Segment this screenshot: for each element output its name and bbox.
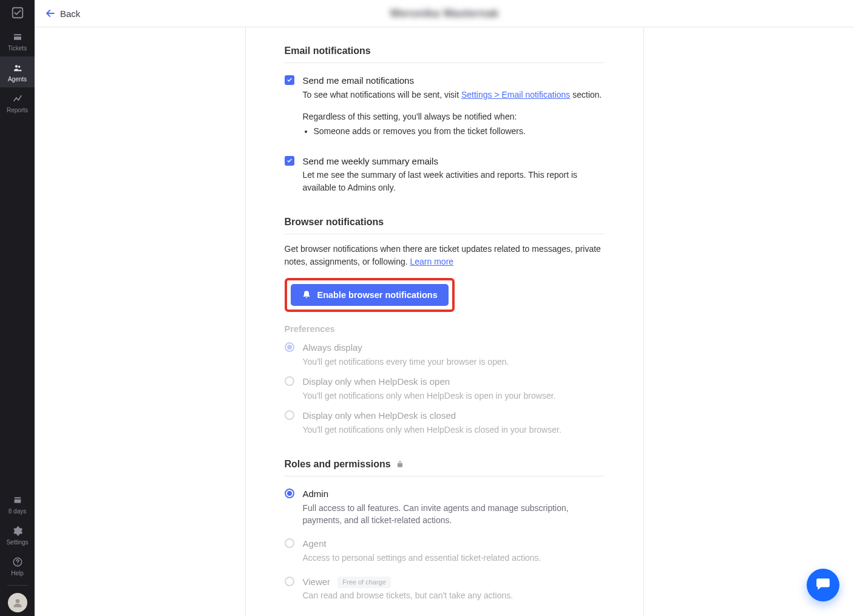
pref-closed-label: Display only when HelpDesk is closed — [303, 409, 605, 422]
weekly-summary-desc: Let me see the summary of last week acti… — [303, 169, 605, 194]
sidebar-item-label: Reports — [7, 107, 28, 113]
enable-browser-notifications-button[interactable]: Enable browser notifications — [291, 284, 449, 306]
enable-highlight: Enable browser notifications — [285, 278, 455, 312]
lock-icon — [396, 460, 404, 469]
topbar: Back Weronika Wasternak — [35, 0, 854, 27]
section-browser-notifications: Browser notifications Get browser notifi… — [285, 217, 605, 436]
section-heading: Browser notifications — [285, 217, 605, 228]
always-notify-item: Someone adds or removes you from the tic… — [314, 125, 605, 137]
section-roles-permissions: Roles and permissions Admin Full access — [285, 459, 605, 602]
send-email-help: To see what notifications will be sent, … — [303, 89, 605, 101]
back-button[interactable]: Back — [44, 7, 80, 19]
always-notify-note: Regardless of this setting, you'll alway… — [303, 110, 605, 123]
pref-always-radio[interactable] — [285, 342, 294, 352]
role-admin-desc: Full access to all features. Can invite … — [303, 502, 605, 527]
weekly-summary-checkbox[interactable] — [285, 156, 294, 166]
role-viewer-radio[interactable] — [285, 577, 294, 586]
sidebar-item-reports[interactable]: Reports — [0, 87, 35, 118]
app-logo-icon — [11, 7, 24, 18]
sidebar-item-label: Tickets — [8, 45, 27, 52]
pref-open-label: Display only when HelpDesk is open — [303, 375, 605, 388]
chat-icon — [815, 576, 831, 594]
svg-rect-2 — [14, 36, 21, 39]
pref-always-desc: You'll get notifications every time your… — [303, 356, 605, 368]
chat-fab[interactable] — [807, 569, 839, 601]
help-icon — [11, 557, 24, 567]
arrow-left-icon — [44, 7, 56, 19]
section-email-notifications: Email notifications Send me email notifi… — [285, 46, 605, 194]
sidebar-item-tickets[interactable]: Tickets — [0, 25, 35, 56]
send-email-checkbox[interactable] — [285, 75, 294, 85]
sidebar-item-label: Settings — [6, 539, 28, 546]
user-avatar[interactable] — [8, 593, 27, 612]
role-agent-radio[interactable] — [285, 538, 294, 548]
send-email-label: Send me email notifications — [303, 74, 605, 87]
pref-closed-desc: You'll get notifications only when HelpD… — [303, 424, 605, 436]
pref-closed-radio[interactable] — [285, 410, 294, 420]
svg-point-4 — [18, 66, 19, 67]
pref-open-radio[interactable] — [285, 376, 294, 386]
sidebar-item-label: Agents — [8, 76, 27, 83]
learn-more-link[interactable]: Learn more — [410, 257, 454, 266]
svg-rect-1 — [14, 34, 21, 35]
role-agent-label: Agent — [303, 537, 605, 550]
tickets-icon — [11, 32, 24, 42]
app-logo[interactable] — [0, 0, 35, 25]
free-badge: Free of charge — [337, 577, 391, 589]
section-heading: Email notifications — [285, 46, 605, 56]
calendar-icon — [11, 495, 24, 506]
role-admin-radio[interactable] — [285, 489, 294, 498]
role-agent-desc: Access to personal settings and essentia… — [303, 552, 605, 564]
role-viewer-desc: Can read and browse tickets, but can't t… — [303, 589, 605, 601]
section-divider — [285, 234, 605, 234]
sidebar-item-label: 8 days — [8, 508, 26, 515]
agents-icon — [11, 63, 24, 73]
svg-rect-5 — [14, 497, 21, 498]
bell-icon — [302, 290, 311, 300]
sidebar-item-help[interactable]: Help — [0, 550, 35, 581]
sidebar-item-label: Help — [11, 570, 24, 577]
enable-button-label: Enable browser notifications — [317, 290, 438, 300]
svg-point-3 — [15, 65, 17, 67]
section-divider — [285, 63, 605, 63]
svg-rect-6 — [14, 499, 21, 503]
browser-intro: Get browser notifications when there are… — [285, 243, 605, 268]
section-heading: Roles and permissions — [285, 459, 605, 470]
svg-point-8 — [17, 564, 18, 565]
preferences-heading: Preferences — [285, 324, 605, 334]
back-label: Back — [60, 8, 80, 19]
sidebar-item-trial[interactable]: 8 days — [0, 489, 35, 520]
sidebar-divider — [7, 585, 28, 586]
sidebar: Tickets Agents Reports — [0, 0, 35, 616]
sidebar-item-settings[interactable]: Settings — [0, 520, 35, 550]
settings-email-notifications-link[interactable]: Settings > Email notifications — [461, 90, 570, 100]
section-divider — [285, 476, 605, 476]
weekly-summary-label: Send me weekly summary emails — [303, 155, 605, 168]
pref-open-desc: You'll get notifications only when HelpD… — [303, 390, 605, 402]
pref-always-label: Always display — [303, 341, 605, 354]
page-title: Weronika Wasternak — [390, 7, 499, 20]
svg-point-9 — [15, 599, 19, 603]
gear-icon — [11, 526, 24, 536]
role-admin-label: Admin — [303, 487, 605, 501]
sidebar-item-agents[interactable]: Agents — [0, 56, 35, 87]
reports-icon — [11, 93, 24, 104]
role-viewer-label: Viewer Free of charge — [303, 575, 605, 589]
